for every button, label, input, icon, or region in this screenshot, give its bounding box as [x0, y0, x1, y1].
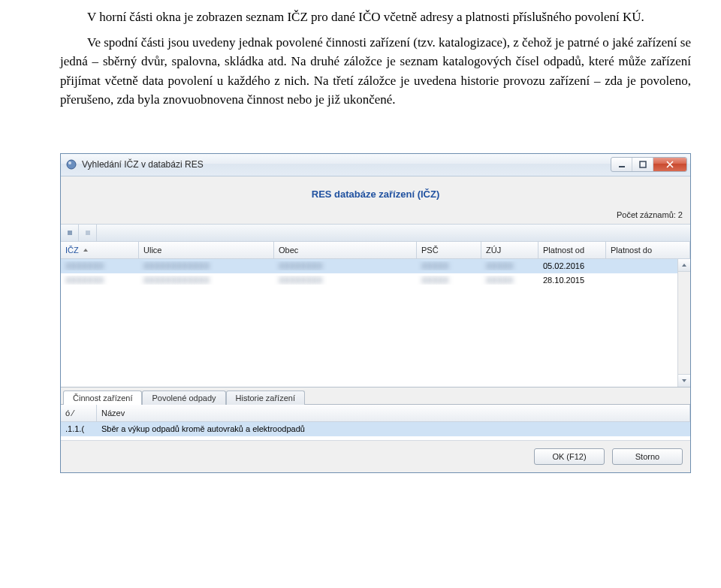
col-header-psc[interactable]: PSČ	[417, 242, 481, 258]
tab-povolene-odpady[interactable]: Povolené odpady	[142, 390, 225, 405]
cell-zuj: XXXXX	[481, 261, 538, 270]
cell-psc: XXXXX	[417, 276, 481, 285]
cell-icz: XXXXXXX	[61, 276, 139, 285]
grid-body: XXXXXXX XXXXXXXXXXXX XXXXXXXX XXXXX XXXX…	[61, 259, 690, 387]
dialog-footer: OK (F12) Storno	[61, 440, 690, 472]
record-count: Počet záznamů: 2	[61, 210, 690, 224]
titlebar[interactable]: Vyhledání IČZ v databázi RES	[61, 154, 690, 176]
document-text: V horní části okna je zobrazen seznam IČ…	[0, 0, 721, 138]
toolbar-button-2[interactable]	[79, 225, 97, 241]
cell-platnost-od: 28.10.2015	[538, 276, 606, 285]
tab-historie-zarizeni[interactable]: Historie zařízení	[226, 390, 305, 405]
cancel-button[interactable]: Storno	[612, 448, 683, 465]
toolbar-button-1[interactable]	[61, 225, 79, 241]
window-heading: RES databáze zařízení (IČZ)	[61, 176, 690, 210]
cell-obec: XXXXXXXX	[274, 276, 417, 285]
cell-ulice: XXXXXXXXXXXX	[139, 261, 274, 270]
cell-ulice: XXXXXXXXXXXX	[139, 276, 274, 285]
cell-id: .1.1.(	[61, 424, 97, 433]
col-header-obec[interactable]: Obec	[274, 242, 417, 258]
scroll-track[interactable]	[678, 272, 690, 374]
col-header-zuj[interactable]: ZÚJ	[481, 242, 538, 258]
minimize-button[interactable]	[611, 158, 632, 171]
col-header-ulice[interactable]: Ulice	[139, 242, 274, 258]
grid2-header: ó ⁄ Název	[61, 405, 690, 422]
paragraph-1: V horní části okna je zobrazen seznam IČ…	[60, 8, 691, 27]
tab-panel: ó ⁄ Název .1.1.( Sběr a výkup odpadů kro…	[61, 404, 690, 440]
svg-rect-4	[68, 231, 72, 235]
col-header-platnost-do[interactable]: Platnost do	[606, 242, 690, 258]
col-header-platnost-od[interactable]: Platnost od	[538, 242, 606, 258]
app-icon	[65, 158, 77, 170]
grid-header: IČZ Ulice Obec PSČ ZÚJ Platnost od Platn…	[61, 242, 690, 259]
tabs: Činnost zařízení Povolené odpady Histori…	[61, 387, 690, 404]
cell-nazev: Sběr a výkup odpadů kromě autovraků a el…	[97, 424, 690, 433]
vertical-scrollbar[interactable]	[677, 259, 690, 387]
app-window: Vyhledání IČZ v databázi RES RES databáz…	[60, 153, 691, 473]
col-header-nazev[interactable]: Název	[97, 405, 690, 421]
col-header-id[interactable]: ó ⁄	[61, 405, 97, 421]
window-title: Vyhledání IČZ v databázi RES	[82, 159, 611, 170]
svg-rect-3	[640, 161, 646, 167]
cell-obec: XXXXXXXX	[274, 261, 417, 270]
grid-toolbar	[61, 224, 690, 242]
grid2-body: .1.1.( Sběr a výkup odpadů kromě autovra…	[61, 422, 690, 440]
maximize-button[interactable]	[632, 158, 653, 171]
table-row[interactable]: .1.1.( Sběr a výkup odpadů kromě autovra…	[61, 422, 690, 436]
ok-button[interactable]: OK (F12)	[534, 448, 605, 465]
col-header-icz[interactable]: IČZ	[61, 242, 139, 258]
svg-rect-2	[619, 166, 625, 167]
scroll-down-icon[interactable]	[678, 374, 690, 387]
svg-point-1	[68, 161, 71, 164]
cell-platnost-od: 05.02.2016	[538, 261, 606, 270]
scroll-up-icon[interactable]	[678, 259, 690, 272]
cell-icz: XXXXXXX	[61, 261, 139, 270]
close-button[interactable]	[653, 158, 686, 171]
window-controls	[611, 157, 687, 172]
paragraph-2: Ve spodní části jsou uvedeny jednak povo…	[60, 33, 691, 110]
tab-cinnost-zarizeni[interactable]: Činnost zařízení	[63, 390, 142, 405]
table-row[interactable]: XXXXXXX XXXXXXXXXXXX XXXXXXXX XXXXX XXXX…	[61, 273, 677, 288]
svg-point-0	[67, 160, 76, 169]
cell-zuj: XXXXX	[481, 276, 538, 285]
table-row[interactable]: XXXXXXX XXXXXXXXXXXX XXXXXXXX XXXXX XXXX…	[61, 259, 677, 273]
cell-psc: XXXXX	[417, 261, 481, 270]
